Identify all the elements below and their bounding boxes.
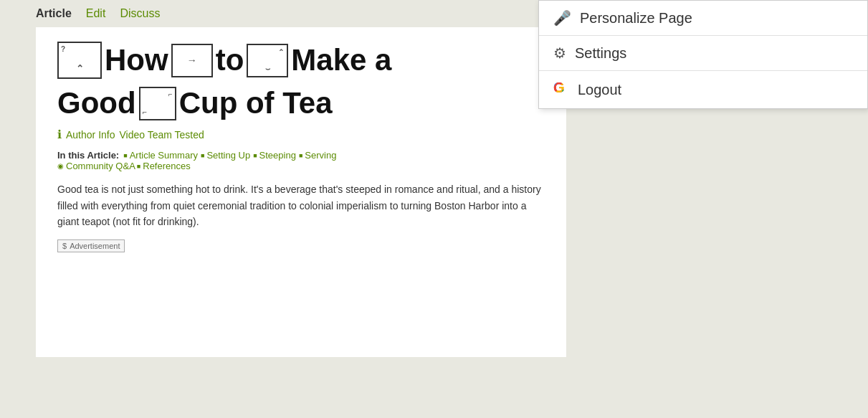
broken-image-1: ? ⌃ — [57, 42, 102, 79]
broken-image-2: → — [171, 44, 213, 77]
in-article-label: In this Article: — [57, 150, 119, 161]
advertisement-badge[interactable]: $ Advertisement — [57, 239, 125, 252]
nav-article[interactable]: Article — [36, 7, 72, 20]
dropdown-menu: 🎤 Personalize Page ⚙ Settings G G — [538, 0, 868, 109]
info-icon: ℹ — [57, 128, 62, 141]
video-team-label: Video Team Tested — [120, 129, 204, 141]
google-icon: G G — [553, 80, 569, 100]
settings-label: Settings — [575, 45, 626, 62]
section-link-steeping[interactable]: Steeping — [253, 150, 296, 161]
article-title: ? ⌃ How → to ⌃ ⌣ Make a — [57, 42, 545, 79]
section-link-summary[interactable]: Article Summary — [123, 150, 198, 161]
author-info-link[interactable]: Author Info — [66, 129, 115, 141]
title-word-make-a: Make a — [291, 43, 391, 77]
article-title-line2: Good ⌐ ⌐ Cup of Tea — [57, 86, 545, 120]
section-link-serving[interactable]: Serving — [299, 150, 337, 161]
in-article-section: In this Article: Article Summary Setting… — [57, 150, 545, 171]
section-link-community[interactable]: Community Q&A — [57, 161, 135, 171]
gear-icon: ⚙ — [553, 44, 566, 62]
title-word-cup-of-tea: Cup of Tea — [179, 86, 333, 120]
broken-img-arrow: → — [187, 54, 197, 66]
article-content: ? ⌃ How → to ⌃ ⌣ Make a Good ⌐ ⌐ Cup — [36, 27, 566, 357]
title-word-to: to — [216, 43, 244, 77]
title-word-good: Good — [57, 86, 136, 120]
broken-image-4: ⌐ ⌐ — [139, 87, 176, 120]
ad-dollar-icon: $ — [62, 242, 67, 250]
nav-edit[interactable]: Edit — [86, 7, 106, 20]
section-link-references[interactable]: References — [137, 161, 191, 171]
nav-discuss[interactable]: Discuss — [120, 7, 160, 20]
microphone-icon: 🎤 — [553, 9, 571, 27]
personalize-label: Personalize Page — [580, 10, 692, 27]
broken-img-hanger: ⌣ — [265, 64, 270, 73]
dropdown-personalize[interactable]: 🎤 Personalize Page — [539, 1, 867, 36]
svg-text:G: G — [553, 80, 565, 95]
broken-img-chevron2: ⌃ — [278, 48, 284, 57]
in-article-row1: In this Article: Article Summary Setting… — [57, 150, 545, 161]
broken-img-cup: ⌐ — [143, 108, 147, 117]
broken-img-chevron: ⌃ — [76, 64, 84, 75]
ad-label: Advertisement — [70, 242, 120, 250]
dropdown-logout[interactable]: G G — [539, 71, 867, 108]
page-wrapper: Article Edit Discuss ? ⌃ How → to ⌃ ⌣ Ma… — [0, 0, 868, 418]
section-link-setup[interactable]: Setting Up — [201, 150, 250, 161]
broken-image-3: ⌃ ⌣ — [247, 44, 288, 77]
dropdown-settings[interactable]: ⚙ Settings — [539, 36, 867, 71]
logout-label: Logout — [578, 82, 621, 98]
broken-img-corner: ⌐ — [168, 90, 173, 99]
title-word-how: How — [105, 43, 168, 77]
section-links: Article Summary Setting Up Steeping Serv… — [123, 150, 338, 161]
author-line: ℹ Author Info Video Team Tested — [57, 128, 545, 141]
in-article-row2: Community Q&A References — [57, 161, 545, 171]
article-body: Good tea is not just something hot to dr… — [57, 181, 545, 229]
broken-img-question: ? — [61, 45, 65, 54]
